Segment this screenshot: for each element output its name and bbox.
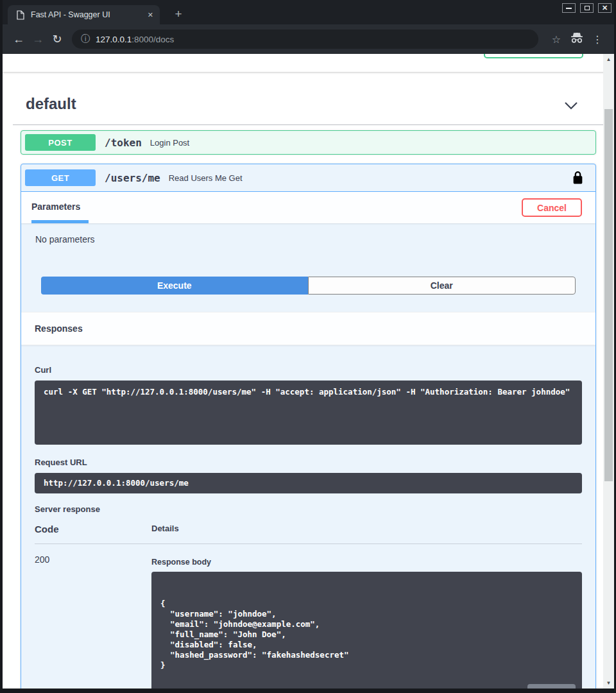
no-parameters-text: No parameters	[35, 234, 581, 244]
method-badge-get: GET	[25, 169, 96, 186]
op-description: Login Post	[150, 138, 189, 148]
response-details: Response body { "username": "johndoe", "…	[151, 554, 582, 689]
scheme-container	[3, 54, 614, 72]
window-controls: ✕	[562, 3, 612, 13]
browser-tab[interactable]: Fast API - Swagger UI ✕	[8, 5, 160, 24]
tab-parameters[interactable]: Parameters	[31, 192, 80, 223]
scroll-up-arrow[interactable]: ▲	[603, 54, 614, 65]
section-title: default	[26, 95, 76, 112]
op-description: Read Users Me Get	[169, 173, 243, 183]
menu-icon[interactable]: ⋮	[587, 33, 608, 46]
maximize-button[interactable]	[580, 3, 594, 13]
parameters-tab-label: Parameters	[31, 201, 80, 212]
section-header-default[interactable]: default	[13, 86, 604, 125]
response-body-json: { "username": "johndoe", "email": "johnd…	[160, 599, 518, 671]
tab-title: Fast API - Swagger UI	[31, 10, 142, 19]
auth-lock-button[interactable]	[573, 171, 583, 184]
reload-button[interactable]: ↻	[47, 32, 67, 46]
forward-button[interactable]: →	[28, 33, 47, 46]
site-info-icon[interactable]: ⓘ	[81, 33, 90, 45]
scroll-down-arrow[interactable]: ▼	[603, 678, 614, 689]
opblock-get-users-me: GET /users/me Read Users Me Get Paramete…	[21, 164, 596, 689]
responses-title: Responses	[35, 323, 83, 334]
execute-button[interactable]: Execute	[41, 277, 308, 295]
browser-toolbar: ← → ↻ ⓘ 127.0.0.1:8000/docs ☆ ⋮	[3, 24, 614, 54]
op-path: /users/me	[105, 172, 160, 184]
curl-label: Curl	[35, 365, 51, 375]
window-border-bottom	[0, 689, 616, 693]
bookmark-star-icon[interactable]: ☆	[546, 33, 567, 46]
url-host: 127.0.0.1	[96, 35, 132, 44]
minimize-icon	[566, 8, 572, 9]
responses-body: Curl curl -X GET "http://127.0.0.1:8000/…	[21, 345, 595, 689]
request-url-block: http://127.0.0.1:8000/users/me	[35, 473, 582, 493]
url-text: 127.0.0.1:8000/docs	[96, 35, 174, 44]
browser-window: Fast API - Swagger UI ✕ + ✕ ← → ↻ ⓘ 127.…	[3, 0, 614, 689]
tab-strip: Fast API - Swagger UI ✕ + ✕	[3, 0, 614, 24]
code-column-header: Code	[35, 524, 151, 535]
response-row: 200 Response body { "username": "johndoe…	[35, 554, 582, 689]
scrollbar-thumb[interactable]	[604, 109, 613, 481]
cancel-button[interactable]: Cancel	[522, 198, 582, 217]
swagger-page: default POST /token Login Post GET /user…	[3, 54, 614, 689]
active-tab-underline	[31, 220, 89, 223]
clear-button[interactable]: Clear	[308, 277, 576, 295]
response-body-label: Response body	[151, 558, 582, 567]
swagger-content: default POST /token Login Post GET /user…	[3, 86, 614, 689]
opblock-summary-get[interactable]: GET /users/me Read Users Me Get	[21, 164, 595, 192]
page-icon	[17, 10, 24, 20]
parameters-body: No parameters Execute Clear	[21, 223, 595, 312]
page-scrollbar[interactable]: ▲ ▼	[603, 54, 614, 689]
back-button[interactable]: ←	[9, 33, 28, 46]
incognito-icon	[567, 32, 587, 46]
maximize-icon	[585, 6, 590, 10]
response-table-header: Code Details	[35, 524, 582, 544]
download-button[interactable]: Download	[527, 684, 576, 689]
opblock-summary-post[interactable]: POST /token Login Post	[21, 131, 595, 154]
op-path: /token	[105, 137, 142, 149]
parameters-section-header: Parameters Cancel	[21, 192, 595, 223]
opblock-post-token: POST /token Login Post	[21, 130, 596, 155]
curl-command-block: curl -X GET "http://127.0.0.1:8000/users…	[35, 381, 582, 445]
close-button[interactable]: ✕	[598, 3, 612, 13]
status-code: 200	[35, 554, 151, 689]
request-url-label: Request URL	[35, 458, 582, 467]
details-column-header: Details	[151, 524, 179, 535]
server-response-label: Server response	[35, 504, 582, 514]
url-bar[interactable]: ⓘ 127.0.0.1:8000/docs	[72, 30, 538, 49]
tab-close-icon[interactable]: ✕	[148, 12, 153, 19]
response-body-block: { "username": "johndoe", "email": "johnd…	[151, 572, 582, 689]
authorize-button[interactable]	[484, 54, 583, 58]
responses-section-header: Responses	[21, 312, 595, 345]
url-path: :8000/docs	[132, 35, 174, 44]
lock-icon	[573, 171, 583, 184]
window-border-left	[0, 0, 3, 693]
execute-wrapper: Execute Clear	[41, 277, 576, 295]
chevron-down-icon[interactable]	[564, 101, 578, 110]
new-tab-button[interactable]: +	[171, 6, 186, 22]
method-badge-post: POST	[25, 134, 96, 151]
minimize-button[interactable]	[562, 3, 576, 13]
